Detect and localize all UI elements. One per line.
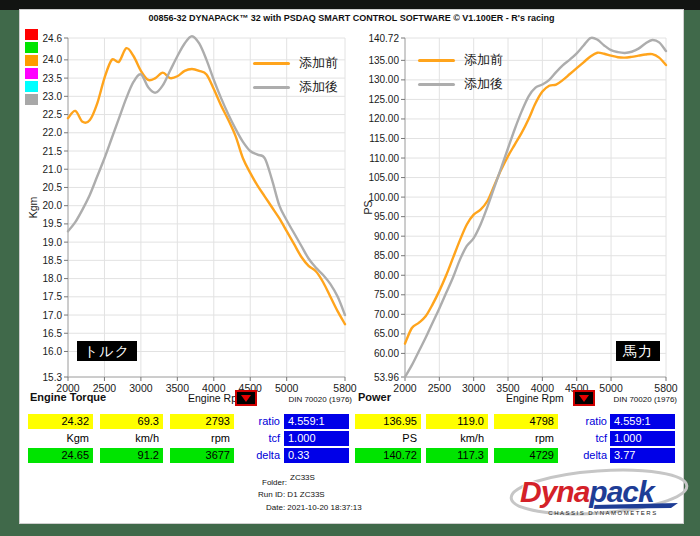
delta-label: delta: [563, 448, 607, 463]
folder-value: ZC33S: [290, 473, 315, 482]
svg-text:80.00: 80.00: [374, 270, 399, 281]
dynapack-logo: Dynapack CHASSIS DYNAMOMETERS: [508, 466, 690, 520]
power-legend: 添加前 添加後: [418, 48, 503, 96]
svg-text:75.00: 75.00: [374, 289, 399, 300]
svg-text:18.0: 18.0: [43, 273, 63, 284]
power-run1-speed: 119.0: [426, 414, 488, 429]
power-axis-dropdown-button[interactable]: [573, 390, 595, 406]
red-down-arrow-icon: [241, 395, 251, 402]
svg-text:2500: 2500: [428, 382, 452, 394]
legend-label: 添加前: [464, 51, 503, 69]
svg-text:130.00: 130.00: [368, 74, 399, 85]
svg-text:16.5: 16.5: [43, 328, 63, 339]
delta-label: delta: [236, 448, 280, 463]
run-id-value: D1 ZC33S: [287, 490, 324, 499]
power-run2-speed: 117.3: [426, 448, 488, 463]
torque-tcf-field[interactable]: 1.000: [284, 431, 349, 446]
svg-text:16.0: 16.0: [43, 346, 63, 357]
logo-text-pack: pack: [588, 475, 656, 508]
dyno-software-window: 00856-32 DYNAPACK™ 32 with PSDAQ SMART C…: [0, 0, 700, 536]
svg-text:19.5: 19.5: [43, 218, 63, 229]
folder-label: Folder:: [262, 478, 287, 487]
torque-run2-speed: 91.2: [100, 448, 163, 463]
power-ratio-field[interactable]: 4.559:1: [610, 414, 675, 429]
torque-unit: Kgm: [28, 431, 93, 446]
torque-tag: トルク: [77, 341, 137, 361]
power-unit: PS: [355, 431, 421, 446]
svg-text:135.00: 135.00: [368, 55, 399, 66]
svg-text:22.5: 22.5: [43, 109, 63, 120]
logo-tagline: CHASSIS DYNAMOMETERS: [548, 510, 657, 516]
svg-text:24.6: 24.6: [43, 33, 63, 44]
torque-din-standard: DIN 70020 (1976): [270, 395, 352, 404]
svg-text:22.0: 22.0: [43, 127, 63, 138]
svg-text:90.00: 90.00: [374, 231, 399, 242]
svg-text:105.00: 105.00: [368, 172, 399, 183]
svg-text:19.0: 19.0: [43, 237, 63, 248]
torque-run1-value: 24.32: [28, 414, 93, 429]
svg-text:Dynapack: Dynapack: [520, 475, 656, 508]
ratio-label: ratio: [563, 414, 607, 429]
speed-unit: km/h: [426, 431, 488, 446]
speed-unit: km/h: [100, 431, 163, 446]
torque-run1-speed: 69.3: [100, 414, 163, 429]
svg-text:20.0: 20.0: [43, 200, 63, 211]
svg-text:3000: 3000: [462, 382, 486, 394]
legend-line-after: [418, 83, 455, 86]
torque-ratio-field[interactable]: 4.559:1: [284, 414, 349, 429]
svg-text:PS: PS: [362, 200, 374, 214]
window-title: 00856-32 DYNAPACK™ 32 with PSDAQ SMART C…: [20, 13, 683, 23]
power-tcf-field[interactable]: 1.000: [610, 431, 675, 446]
svg-text:60.00: 60.00: [374, 348, 399, 359]
svg-text:21.5: 21.5: [43, 146, 63, 157]
svg-text:15.3: 15.3: [43, 372, 63, 383]
legend-item: 添加前: [253, 51, 338, 75]
svg-text:85.00: 85.00: [374, 250, 399, 261]
legend-item: 添加前: [418, 48, 503, 72]
legend-item: 添加後: [253, 75, 338, 99]
rpm-unit: rpm: [494, 431, 558, 446]
power-rpm-label: Engine Rpm: [506, 392, 564, 404]
run-id-label: Run ID:: [258, 490, 285, 499]
svg-text:70.00: 70.00: [374, 309, 399, 320]
svg-text:5000: 5000: [599, 382, 623, 394]
rpm-unit: rpm: [170, 431, 234, 446]
svg-text:3000: 3000: [129, 382, 153, 394]
power-run1-value: 136.95: [355, 414, 421, 429]
svg-text:2000: 2000: [393, 382, 417, 394]
svg-text:140.72: 140.72: [368, 33, 399, 44]
svg-text:21.0: 21.0: [43, 164, 63, 175]
legend-label: 添加後: [299, 78, 338, 96]
svg-text:95.00: 95.00: [374, 211, 399, 222]
tcf-label: tcf: [563, 431, 607, 446]
power-run1-rpm: 4798: [494, 414, 558, 429]
torque-delta-field[interactable]: 0.33: [284, 448, 349, 463]
svg-text:5000: 5000: [275, 382, 299, 394]
power-axis-title: Power: [358, 391, 391, 403]
legend-item: 添加後: [418, 72, 503, 96]
legend-label: 添加前: [299, 54, 338, 72]
svg-text:65.00: 65.00: [374, 328, 399, 339]
torque-run2-rpm: 3677: [170, 448, 234, 463]
run-id-line: Run ID: D1 ZC33S: [258, 490, 325, 499]
legend-line-before: [253, 62, 290, 65]
svg-text:53.96: 53.96: [374, 372, 399, 383]
power-run2-value: 140.72: [355, 448, 421, 463]
power-delta-field[interactable]: 3.77: [610, 448, 675, 463]
legend-line-before: [418, 59, 455, 62]
date-value: 2021-10-20 18:37:13: [287, 503, 361, 512]
window-top-band: [0, 0, 700, 10]
torque-axis-dropdown-button[interactable]: [235, 390, 257, 406]
power-tag: 馬力: [616, 341, 660, 361]
svg-text:17.5: 17.5: [43, 291, 63, 302]
date-label: Date:: [266, 503, 285, 512]
torque-run2-value: 24.65: [28, 448, 93, 463]
svg-text:3500: 3500: [166, 382, 190, 394]
svg-text:5800: 5800: [333, 382, 357, 394]
power-run2-rpm: 4729: [494, 448, 558, 463]
torque-axis-title: Engine Torque: [30, 391, 106, 403]
legend-line-after: [253, 86, 290, 89]
power-din-standard: DIN 70020 (1976): [595, 395, 677, 404]
svg-text:115.00: 115.00: [369, 133, 399, 144]
svg-text:24.0: 24.0: [43, 54, 63, 65]
